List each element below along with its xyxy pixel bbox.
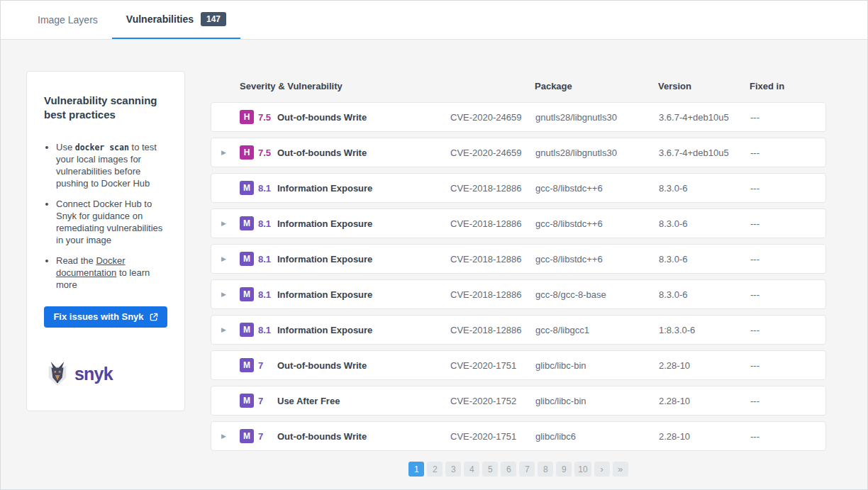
table-row[interactable]: M 7 Use After Free CVE-2020-1752 glibc/l…	[211, 386, 826, 416]
severity-badge: H	[240, 110, 254, 124]
card-title: Vulnerability scanning best practices	[44, 94, 166, 123]
package-name: gcc-8/libgcc1	[535, 325, 589, 335]
cvss-score: 8.1	[258, 325, 271, 335]
vulnerability-name: Information Exposure	[277, 183, 372, 194]
vulnerability-count-badge: 147	[201, 12, 226, 26]
cvss-score: 7	[258, 360, 263, 371]
package-name: gcc-8/libstdc++6	[535, 183, 603, 194]
vulnerability-name: Out-of-bounds Write	[277, 360, 367, 371]
snyk-logo: snyk	[45, 360, 113, 387]
cvss-score: 8.1	[258, 218, 271, 229]
expand-arrow-icon[interactable]	[221, 149, 226, 156]
best-practices-card: Vulnerability scanning best practices Us…	[26, 71, 185, 411]
severity-badge: M	[240, 394, 254, 408]
page-button-1[interactable]: 1	[408, 462, 424, 477]
fix-issues-with-snyk-button[interactable]: Fix issues with Snyk	[44, 306, 167, 328]
severity-badge: M	[240, 181, 254, 195]
table-body: H 7.5 Out-of-bounds Write CVE-2020-24659…	[211, 102, 826, 451]
fixed-in-value: ---	[750, 218, 760, 229]
main-content: Vulnerability scanning best practices Us…	[1, 40, 867, 489]
package-name: glibc/libc-bin	[535, 360, 586, 371]
cvss-score: 8.1	[258, 183, 271, 194]
cvss-score: 7.5	[258, 112, 271, 123]
severity-badge: M	[240, 287, 254, 301]
package-name: gnutls28/libgnutls30	[535, 112, 617, 123]
column-package: Package	[535, 79, 572, 94]
fixed-in-value: ---	[750, 183, 760, 194]
table-row[interactable]: M 8.1 Information Exposure CVE-2018-1288…	[211, 173, 826, 203]
snyk-dog-icon	[45, 360, 69, 387]
package-name: gcc-8/gcc-8-base	[535, 289, 606, 300]
column-fixed-in: Fixed in	[750, 79, 784, 94]
cve-id: CVE-2018-12886	[450, 183, 521, 194]
cve-id: CVE-2020-1752	[450, 396, 516, 406]
package-version: 8.3.0-6	[659, 183, 687, 194]
fixed-in-value: ---	[750, 431, 760, 442]
expand-arrow-icon[interactable]	[221, 220, 226, 227]
page-button-4[interactable]: 4	[464, 462, 479, 477]
page-button-9[interactable]: 9	[556, 462, 572, 477]
tab-vulnerabilities[interactable]: Vulnerabilities 147	[112, 1, 240, 39]
severity-badge: M	[240, 358, 254, 372]
last-page-button[interactable]: »	[613, 462, 628, 477]
tab-image-layers[interactable]: Image Layers	[23, 1, 112, 39]
table-row[interactable]: M 7 Out-of-bounds Write CVE-2020-1751 gl…	[211, 421, 826, 451]
tab-bar: Image Layers Vulnerabilities 147	[1, 1, 867, 40]
page-button-8[interactable]: 8	[538, 462, 553, 477]
vulnerability-name: Out-of-bounds Write	[277, 431, 367, 442]
table-row[interactable]: M 8.1 Information Exposure CVE-2018-1288…	[211, 208, 826, 238]
vulnerabilities-table: Severity & Vulnerability Package Version…	[211, 79, 826, 477]
vulnerability-name: Out-of-bounds Write	[277, 147, 367, 158]
cve-id: CVE-2018-12886	[450, 254, 521, 265]
next-page-button[interactable]: ›	[594, 462, 610, 477]
page-button-2[interactable]: 2	[427, 462, 443, 477]
fixed-in-value: ---	[750, 147, 760, 158]
table-row[interactable]: H 7.5 Out-of-bounds Write CVE-2020-24659…	[211, 102, 826, 132]
fixed-in-value: ---	[750, 289, 760, 300]
expand-arrow-icon[interactable]	[221, 291, 226, 298]
package-version: 8.3.0-6	[659, 218, 687, 229]
table-row[interactable]: M 8.1 Information Exposure CVE-2018-1288…	[211, 244, 826, 274]
list-item: Read the Docker documentation to learn m…	[56, 255, 167, 291]
page-button-3[interactable]: 3	[445, 462, 461, 477]
table-row[interactable]: M 7 Out-of-bounds Write CVE-2020-1751 gl…	[211, 350, 826, 380]
page-button-5[interactable]: 5	[482, 462, 498, 477]
snyk-wordmark: snyk	[74, 364, 113, 384]
table-row[interactable]: M 8.1 Information Exposure CVE-2018-1288…	[211, 279, 826, 309]
package-name: glibc/libc6	[535, 431, 576, 442]
expand-arrow-icon[interactable]	[221, 255, 226, 262]
fixed-in-value: ---	[750, 112, 760, 123]
bullet-text: Use	[56, 142, 75, 152]
fixed-in-value: ---	[750, 360, 760, 371]
table-row[interactable]: M 8.1 Information Exposure CVE-2018-1288…	[211, 315, 826, 345]
page-button-6[interactable]: 6	[501, 462, 516, 477]
bullet-text: Connect Docker Hub to Snyk for guidance …	[56, 199, 162, 246]
fixed-in-value: ---	[750, 325, 760, 335]
package-version: 2.28-10	[659, 360, 690, 371]
package-name: glibc/libc-bin	[535, 396, 586, 406]
package-name: gcc-8/libstdc++6	[535, 218, 603, 229]
page-button-10[interactable]: 10	[574, 462, 591, 477]
severity-badge: H	[240, 145, 254, 160]
vulnerability-name: Out-of-bounds Write	[277, 112, 367, 123]
table-row[interactable]: H 7.5 Out-of-bounds Write CVE-2020-24659…	[211, 138, 826, 167]
severity-badge: M	[240, 429, 254, 443]
cvss-score: 8.1	[258, 254, 271, 265]
docker-scan-code: docker scan	[75, 143, 129, 152]
cvss-score: 7	[258, 431, 263, 442]
external-link-icon	[150, 313, 158, 321]
vulnerability-name: Information Exposure	[277, 254, 372, 265]
expand-arrow-icon[interactable]	[221, 433, 226, 440]
tab-vulnerabilities-label: Vulnerabilities	[126, 13, 194, 25]
page-button-7[interactable]: 7	[519, 462, 535, 477]
severity-badge: M	[240, 323, 254, 337]
expand-arrow-icon[interactable]	[221, 326, 226, 333]
cvss-score: 7.5	[258, 147, 271, 158]
list-item: Use docker scan to test your local image…	[56, 141, 167, 190]
cta-label: Fix issues with Snyk	[53, 311, 143, 322]
cve-id: CVE-2018-12886	[450, 218, 521, 229]
package-version: 3.6.7-4+deb10u5	[659, 147, 729, 158]
cvss-score: 8.1	[258, 289, 271, 300]
package-version: 2.28-10	[659, 396, 690, 406]
package-name: gnutls28/libgnutls30	[535, 147, 617, 158]
